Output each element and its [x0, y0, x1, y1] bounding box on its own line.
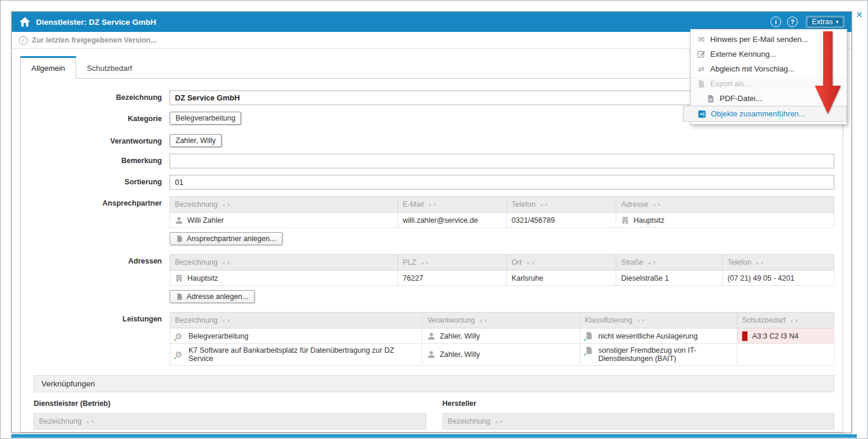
leistungen-table: Bezeichnung Verantwortung Klassifizierun…	[170, 312, 834, 366]
table-row[interactable]: Hauptsitz 76227 Karlsruhe Dieselstraße 1…	[170, 271, 834, 286]
sort-icon	[526, 261, 535, 265]
sort-icon	[648, 261, 657, 265]
service-icon: ⚙✓	[175, 350, 184, 359]
close-button[interactable]: ✕	[856, 10, 863, 19]
new-document-icon	[176, 235, 183, 242]
sort-icon	[222, 203, 231, 207]
column-header-strasse[interactable]: Straße	[616, 255, 723, 271]
add-adresse-button[interactable]: Adresse anlegen...	[170, 290, 255, 303]
column-header-telefon[interactable]: Telefon	[506, 197, 616, 213]
page-background: Dienstleister: DZ Service GmbH i ? Extra…	[0, 0, 868, 439]
table-row[interactable]: ⚙✓ Belegverarbeitung Zahler, Willy ✓ nic…	[170, 329, 834, 344]
sort-icon	[420, 261, 430, 265]
column-header-klassifizierung[interactable]: Klassifizierung	[580, 313, 737, 329]
sort-icon	[428, 203, 437, 207]
column-header-bezeichnung[interactable]: Bezeichnung	[443, 413, 835, 430]
sortierung-input[interactable]	[170, 175, 834, 190]
column-header-email[interactable]: E-Mail	[398, 197, 506, 213]
table-row[interactable]: Willi Zahler willi.zahler@service.de 032…	[170, 213, 834, 228]
hersteller-title: Hersteller	[443, 399, 835, 408]
column-header-verantwortung[interactable]: Verantwortung	[422, 313, 580, 329]
hersteller-column: Hersteller Bezeichnung	[443, 399, 835, 430]
info-icon: i	[775, 18, 777, 25]
schutzbedarf-indicator	[742, 331, 747, 341]
leistungen-label: Leistungen	[21, 312, 170, 323]
column-header-schutzbedarf[interactable]: Schutzbedarf	[737, 313, 834, 329]
export-icon	[697, 80, 706, 88]
edit-icon	[697, 50, 706, 58]
sort-icon	[539, 203, 549, 207]
bezeichnung-label: Bezeichnung	[21, 90, 170, 102]
dienstleister-icon	[19, 17, 31, 27]
version-link[interactable]: Zur letzten freigegebenen Version...	[32, 36, 157, 44]
column-header-bezeichnung[interactable]: Bezeichnung	[170, 255, 398, 271]
sort-icon	[479, 318, 489, 323]
verantwortung-label: Verantwortung	[21, 134, 170, 145]
page-title: Dienstleister: DZ Service GmbH	[36, 18, 156, 27]
adressen-table: Bezeichnung PLZ Ort Straße Telefon	[170, 254, 834, 286]
page-footer-strip	[11, 434, 857, 438]
annotation-arrow	[814, 31, 841, 115]
sort-icon	[636, 318, 646, 323]
check-circle-icon: ✓	[19, 36, 28, 45]
dienstleister-betrieb-column: Dienstleister (Betrieb) Bezeichnung	[34, 399, 426, 430]
compare-icon: ⇄	[697, 65, 706, 73]
sort-icon	[790, 318, 799, 323]
column-header-ort[interactable]: Ort	[506, 255, 616, 271]
sortierung-label: Sortierung	[21, 175, 170, 186]
tab-panel-allgemein: Bezeichnung Kategorie Belegverarbeitung …	[20, 78, 843, 433]
new-document-icon	[176, 293, 183, 300]
verknuepfungen-header: Verknüpfungen	[34, 375, 834, 392]
sort-icon	[222, 318, 231, 323]
add-ansprechpartner-button[interactable]: Ansprechpartner anlegen...	[170, 232, 282, 245]
sort-icon	[86, 420, 95, 424]
tab-schutzbedarf[interactable]: Schutzbedarf	[76, 58, 143, 78]
bemerkung-label: Bemerkung	[21, 154, 170, 165]
bemerkung-input[interactable]	[170, 154, 834, 168]
building-icon	[175, 274, 183, 282]
column-header-adresse[interactable]: Adresse	[616, 197, 834, 213]
building-icon	[621, 216, 629, 225]
sort-icon	[755, 261, 765, 265]
chevron-down-icon: ▾	[836, 19, 838, 25]
adressen-label: Adressen	[21, 254, 170, 265]
help-button[interactable]: ?	[787, 17, 798, 27]
ansprechpartner-label: Ansprechpartner	[21, 196, 170, 207]
sort-icon	[222, 261, 231, 265]
schutzbedarf-value: A3:3 C2 I3 N4	[752, 332, 799, 340]
betrieb-title: Dienstleister (Betrieb)	[34, 399, 426, 408]
person-icon	[427, 350, 435, 359]
pdf-icon	[707, 95, 715, 103]
column-header-plz[interactable]: PLZ	[398, 255, 506, 271]
close-icon: ✕	[856, 10, 863, 19]
column-header-bezeichnung[interactable]: Bezeichnung	[34, 413, 426, 430]
verknuepfungen-section: Verknüpfungen Dienstleister (Betrieb) Be…	[34, 375, 834, 430]
classification-icon: ✓	[585, 346, 594, 356]
kategorie-chip[interactable]: Belegverarbeitung	[170, 112, 241, 125]
service-icon: ⚙✓	[175, 331, 184, 341]
sort-icon	[495, 420, 504, 424]
column-header-bezeichnung[interactable]: Bezeichnung	[170, 313, 422, 329]
extras-label: Extras	[812, 18, 833, 26]
info-button[interactable]: i	[771, 17, 781, 27]
person-icon	[427, 332, 435, 340]
merge-icon	[698, 110, 706, 118]
verantwortung-chip[interactable]: Zahler, Willy	[170, 134, 222, 147]
tab-allgemein[interactable]: Allgemein	[20, 56, 76, 79]
column-header-bezeichnung[interactable]: Bezeichnung	[170, 197, 398, 213]
help-icon: ?	[791, 18, 795, 25]
titlebar-actions: i ? Extras ▾	[765, 16, 844, 28]
kategorie-label: Kategorie	[21, 112, 170, 123]
classification-icon: ✓	[585, 331, 594, 341]
extras-button[interactable]: Extras ▾	[806, 16, 844, 28]
sort-icon	[652, 203, 662, 207]
table-row[interactable]: ⚙✓ K7 Software auf Bankarbeitsplatz für …	[170, 344, 834, 366]
email-icon: ✉	[697, 35, 706, 44]
person-icon	[175, 216, 183, 225]
ansprechpartner-table: Bezeichnung E-Mail Telefon Adresse	[170, 196, 834, 228]
column-header-telefon[interactable]: Telefon	[723, 255, 834, 271]
